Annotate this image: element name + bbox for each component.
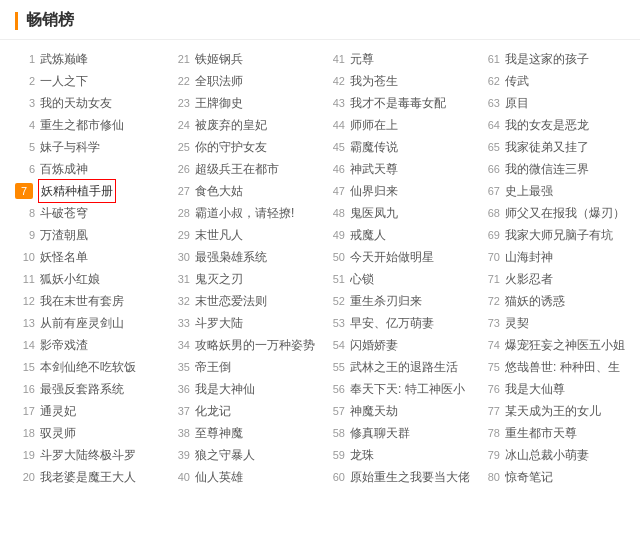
item-title[interactable]: 传武: [505, 70, 529, 92]
item-title[interactable]: 妖精种植手册: [38, 179, 116, 203]
item-title[interactable]: 仙界归来: [350, 180, 398, 202]
item-number: 49: [325, 224, 345, 246]
item-title[interactable]: 妹子与科学: [40, 136, 100, 158]
item-title[interactable]: 最强反套路系统: [40, 378, 124, 400]
item-title[interactable]: 万渣朝凰: [40, 224, 88, 246]
item-title[interactable]: 全职法师: [195, 70, 243, 92]
item-title[interactable]: 我的女友是恶龙: [505, 114, 589, 136]
list-item: 39狼之守暴人: [170, 444, 315, 466]
item-title[interactable]: 末世凡人: [195, 224, 243, 246]
list-item: 26超级兵王在都市: [170, 158, 315, 180]
item-title[interactable]: 灵契: [505, 312, 529, 334]
item-title[interactable]: 攻略妖男的一万种姿势: [195, 334, 315, 356]
item-number: 71: [480, 268, 500, 290]
item-title[interactable]: 原始重生之我要当大佬: [350, 466, 470, 488]
item-title[interactable]: 原目: [505, 92, 529, 114]
item-title[interactable]: 神魔天劫: [350, 400, 398, 422]
list-item: 9万渣朝凰: [15, 224, 160, 246]
item-title[interactable]: 武炼巅峰: [40, 48, 88, 70]
item-title[interactable]: 末世恋爱法则: [195, 290, 267, 312]
list-item: 59龙珠: [325, 444, 470, 466]
item-title[interactable]: 戒魔人: [350, 224, 386, 246]
item-title[interactable]: 狐妖小红娘: [40, 268, 100, 290]
item-title[interactable]: 超级兵王在都市: [195, 158, 279, 180]
item-title[interactable]: 某天成为王的女儿: [505, 400, 601, 422]
item-number: 12: [15, 290, 35, 312]
item-number: 65: [480, 136, 500, 158]
item-title[interactable]: 重生之都市修仙: [40, 114, 124, 136]
item-title[interactable]: 从前有座灵剑山: [40, 312, 124, 334]
item-title[interactable]: 最强枭雄系统: [195, 246, 267, 268]
item-title[interactable]: 一人之下: [40, 70, 88, 92]
item-title[interactable]: 通灵妃: [40, 400, 76, 422]
item-title[interactable]: 铁姬钢兵: [195, 48, 243, 70]
item-title[interactable]: 闪婚娇妻: [350, 334, 398, 356]
item-title[interactable]: 你的守护女友: [195, 136, 267, 158]
item-title[interactable]: 我是大神仙: [195, 378, 255, 400]
item-title[interactable]: 神武天尊: [350, 158, 398, 180]
item-number: 21: [170, 48, 190, 70]
item-title[interactable]: 山海封神: [505, 246, 553, 268]
list-item: 35帝王倒: [170, 356, 315, 378]
item-title[interactable]: 龙珠: [350, 444, 374, 466]
item-title[interactable]: 驭灵师: [40, 422, 76, 444]
item-title[interactable]: 仙人英雄: [195, 466, 243, 488]
item-title[interactable]: 鬼灭之刃: [195, 268, 243, 290]
item-title[interactable]: 师父又在报我（爆刃）: [505, 202, 625, 224]
item-title[interactable]: 百炼成神: [40, 158, 88, 180]
item-title[interactable]: 冰山总裁小萌妻: [505, 444, 589, 466]
list-item: 8斗破苍穹: [15, 202, 160, 224]
item-title[interactable]: 斗罗大陆: [195, 312, 243, 334]
item-title[interactable]: 鬼医凤九: [350, 202, 398, 224]
item-title[interactable]: 影帝戏渣: [40, 334, 88, 356]
item-title[interactable]: 我老婆是魔王大人: [40, 466, 136, 488]
item-title[interactable]: 帝王倒: [195, 356, 231, 378]
item-title[interactable]: 狼之守暴人: [195, 444, 255, 466]
item-title[interactable]: 我的天劫女友: [40, 92, 112, 114]
item-title[interactable]: 我为苍生: [350, 70, 398, 92]
item-number: 24: [170, 114, 190, 136]
item-title[interactable]: 被废弃的皇妃: [195, 114, 267, 136]
item-title[interactable]: 师师在上: [350, 114, 398, 136]
item-title[interactable]: 至尊神魔: [195, 422, 243, 444]
item-number: 30: [170, 246, 190, 268]
list-item: 70山海封神: [480, 246, 625, 268]
item-title[interactable]: 史上最强: [505, 180, 553, 202]
list-item: 66我的微信连三界: [480, 158, 625, 180]
item-title[interactable]: 悠哉兽世: 种种田、生: [505, 356, 620, 378]
item-title[interactable]: 我的微信连三界: [505, 158, 589, 180]
item-title[interactable]: 修真聊天群: [350, 422, 410, 444]
item-title[interactable]: 王牌御史: [195, 92, 243, 114]
item-title[interactable]: 心锁: [350, 268, 374, 290]
item-title[interactable]: 早安、亿万萌妻: [350, 312, 434, 334]
item-title[interactable]: 今天开始做明星: [350, 246, 434, 268]
item-title[interactable]: 斗罗大陆终极斗罗: [40, 444, 136, 466]
item-number: 75: [480, 356, 500, 378]
column-3: 41元尊42我为苍生43我才不是毒毒女配44师师在上45霸魔传说46神武天尊47…: [320, 48, 475, 488]
item-title[interactable]: 我家徒弟又挂了: [505, 136, 589, 158]
item-title[interactable]: 我家大师兄脑子有坑: [505, 224, 613, 246]
list-item: 58修真聊天群: [325, 422, 470, 444]
item-title[interactable]: 我才不是毒毒女配: [350, 92, 446, 114]
item-title[interactable]: 重生都市天尊: [505, 422, 577, 444]
item-title[interactable]: 霸道小叔，请轻撩!: [195, 202, 294, 224]
item-title[interactable]: 重生杀刃归来: [350, 290, 422, 312]
item-title[interactable]: 爆宠狂妄之神医五小姐: [505, 334, 625, 356]
item-title[interactable]: 火影忍者: [505, 268, 553, 290]
item-title[interactable]: 惊奇笔记: [505, 466, 553, 488]
item-title[interactable]: 食色大姑: [195, 180, 243, 202]
item-title[interactable]: 奉天下天: 特工神医小: [350, 378, 465, 400]
item-number: 40: [170, 466, 190, 488]
item-title[interactable]: 元尊: [350, 48, 374, 70]
item-title[interactable]: 我在末世有套房: [40, 290, 124, 312]
item-title[interactable]: 本剑仙绝不吃软饭: [40, 356, 136, 378]
item-title[interactable]: 斗破苍穹: [40, 202, 88, 224]
item-title[interactable]: 我是这家的孩子: [505, 48, 589, 70]
item-title[interactable]: 化龙记: [195, 400, 231, 422]
item-title[interactable]: 猫妖的诱惑: [505, 290, 565, 312]
item-title[interactable]: 霸魔传说: [350, 136, 398, 158]
list-item: 51心锁: [325, 268, 470, 290]
item-title[interactable]: 武林之王的退路生活: [350, 356, 458, 378]
item-title[interactable]: 妖怪名单: [40, 246, 88, 268]
item-title[interactable]: 我是大仙尊: [505, 378, 565, 400]
